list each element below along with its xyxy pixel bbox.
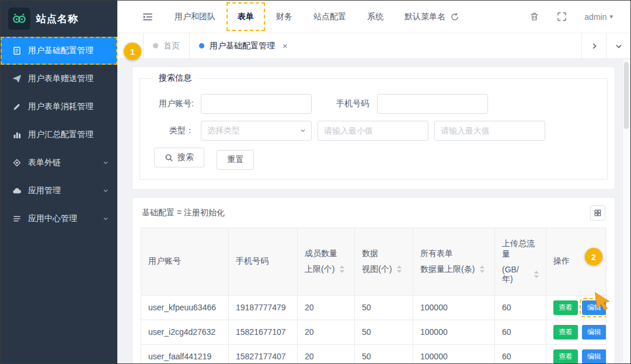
app-window: 站点名称 用户基础配置管理 用户表单赠送管理 用户表单消耗管理 — [0, 0, 631, 364]
max-value-input[interactable] — [434, 121, 545, 141]
phone-input[interactable] — [377, 94, 488, 114]
search-button-label: 搜索 — [177, 152, 194, 163]
sidebar-item-form-external-link[interactable]: 表单外链 — [1, 149, 117, 177]
collapse-menu-icon[interactable] — [142, 11, 154, 23]
external-link-icon — [12, 158, 22, 167]
pen-icon — [12, 102, 22, 111]
edit-button[interactable]: 编辑 — [582, 349, 606, 364]
edit-button[interactable]: 编辑 — [582, 325, 606, 340]
reset-button-label: 重置 — [227, 155, 243, 165]
refresh-icon[interactable] — [450, 12, 459, 22]
sidebar-item-form-gift[interactable]: 用户表单赠送管理 — [1, 65, 117, 93]
sidebar-item-user-base-config[interactable]: 用户基础配置管理 — [1, 37, 117, 65]
sort-icon[interactable] — [534, 271, 539, 278]
sort-icon[interactable] — [397, 265, 402, 273]
table-cell: user_faalf441219 — [141, 344, 229, 363]
tab-dot-icon — [153, 43, 158, 48]
table-cell: user_i2cg4d27632 — [141, 320, 229, 344]
column-settings-icon[interactable] — [590, 205, 605, 220]
sidebar-item-label: 表单外链 — [28, 158, 61, 168]
search-panel-title: 搜索信息 — [153, 73, 197, 83]
chevron-down-icon — [102, 187, 109, 194]
table-cell: 15821677107 — [229, 320, 298, 344]
nav-item-site-config[interactable]: 站点配置 — [313, 12, 346, 22]
chevron-down-icon: ▾ — [609, 13, 613, 20]
vertical-scrollbar[interactable] — [622, 60, 630, 363]
config-table: 用户账号 手机号码 成员数量 上限(个) 数据 视图(个) 所 — [141, 228, 606, 364]
table-title: 基础配置 = 注册初始化 — [142, 208, 225, 218]
nav-item-users-teams[interactable]: 用户和团队 — [175, 12, 215, 22]
sidebar-item-label: 用户表单消耗管理 — [28, 102, 93, 112]
column-header-account: 用户账号 — [141, 228, 229, 295]
list-icon — [12, 214, 22, 223]
sidebar-item-label: 应用管理 — [28, 186, 61, 196]
nav-item-finance[interactable]: 财务 — [276, 12, 292, 22]
type-select[interactable]: 选择类型 — [201, 121, 312, 141]
table-row: user_i2cg4d2763215821677107205010000060查… — [141, 320, 606, 344]
sidebar-item-summary-config[interactable]: 用户汇总配置管理 — [1, 121, 117, 149]
main-area: 用户和团队 表单 财务 站点配置 系统 默认菜单名 — [117, 1, 630, 363]
owl-logo-icon — [8, 8, 30, 30]
tab-list-dropdown-icon[interactable] — [606, 33, 630, 58]
sidebar-item-app-management[interactable]: 应用管理 — [1, 177, 117, 205]
sidebar-item-app-center-management[interactable]: 应用中心管理 — [1, 205, 117, 233]
reset-button[interactable]: 重置 — [217, 150, 254, 170]
column-header-data-views[interactable]: 数据 视图(个) — [355, 228, 413, 295]
page-content: 搜索信息 用户账号: 手机号码 类型： 选择类型 — [117, 59, 630, 363]
user-menu[interactable]: admin ▾ — [584, 12, 613, 22]
sidebar-item-label: 用户汇总配置管理 — [28, 130, 93, 140]
nav-item-form[interactable]: 表单 — [238, 12, 254, 21]
table-cell: user_kfpeuu63466 — [141, 295, 229, 320]
nav-item-default-menu[interactable]: 默认菜单名 — [405, 12, 445, 22]
type-select-placeholder: 选择类型 — [207, 125, 240, 136]
trash-icon[interactable] — [529, 12, 539, 22]
username-label: admin — [584, 12, 606, 22]
view-button[interactable]: 查看 — [553, 325, 578, 340]
table-cell: 100000 — [413, 295, 495, 320]
nav-item-system[interactable]: 系统 — [367, 12, 384, 22]
actions-cell: 查看编辑 — [546, 344, 606, 363]
scrollbar-thumb[interactable] — [624, 62, 629, 129]
type-label: 类型： — [147, 125, 201, 136]
view-button[interactable]: 查看 — [553, 300, 578, 315]
table-cell: 20 — [298, 295, 355, 320]
table-cell: 60 — [495, 320, 546, 344]
tab-label: 首页 — [163, 41, 180, 51]
sort-icon[interactable] — [480, 265, 484, 273]
document-icon — [12, 46, 22, 55]
column-header-member-limit[interactable]: 成员数量 上限(个) — [298, 228, 355, 295]
annotation-highlight-nav-form: 表单 — [226, 2, 265, 31]
search-button[interactable]: 搜索 — [154, 148, 204, 167]
table-body: user_kfpeuu6346619187777479205010000060查… — [141, 295, 606, 363]
close-icon[interactable]: × — [283, 41, 288, 51]
phone-label: 手机号码 — [336, 99, 377, 109]
column-header-form-data-limit[interactable]: 所有表单 数据量上限(条) — [413, 228, 495, 295]
table-cell: 50 — [355, 320, 413, 344]
tab-user-base-config[interactable]: 用户基础配置管理 × — [189, 33, 297, 58]
table-cell: 50 — [355, 295, 413, 320]
tab-scroll-right-icon[interactable] — [581, 33, 606, 58]
table-cell: 20 — [298, 320, 355, 344]
tab-home[interactable]: 首页 — [143, 33, 189, 58]
account-input[interactable] — [201, 94, 312, 114]
table-cell: 20 — [298, 344, 355, 363]
table-cell: 19187777479 — [229, 295, 298, 320]
table-cell: 60 — [495, 344, 546, 363]
actions-cell: 查看编辑 — [546, 320, 606, 344]
table-panel: 基础配置 = 注册初始化 用户账号 手机号码 成员数量 — [132, 197, 615, 364]
column-header-upload-traffic[interactable]: 上传总流量 (GB/年) — [495, 228, 546, 295]
table-cell: 15827177407 — [229, 344, 298, 363]
fullscreen-icon[interactable] — [557, 12, 567, 22]
sort-icon[interactable] — [340, 265, 344, 273]
chevron-down-icon — [102, 215, 109, 222]
sidebar-item-form-consume[interactable]: 用户表单消耗管理 — [1, 93, 117, 121]
min-value-input[interactable] — [318, 121, 428, 141]
annotation-step-1-badge: 1 — [124, 43, 141, 60]
table-row: user_faalf44121915827177407205010000060查… — [141, 344, 606, 363]
brand-header: 站点名称 — [1, 1, 117, 37]
view-button[interactable]: 查看 — [553, 349, 578, 364]
annotation-step-2-badge: 2 — [585, 248, 602, 265]
annotation-cursor-icon — [594, 290, 615, 315]
account-label: 用户账号: — [147, 99, 201, 109]
chevron-down-icon — [299, 127, 306, 134]
